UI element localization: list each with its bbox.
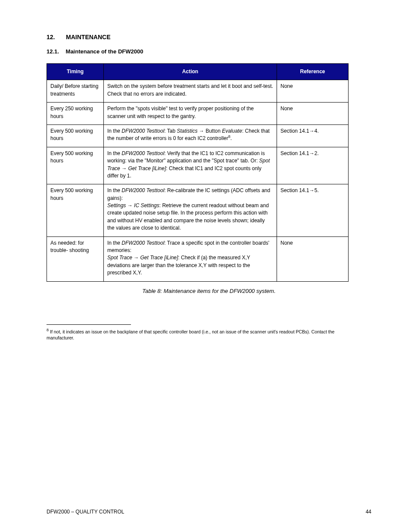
footer-left: DFW2000 – QUALITY CONTROL [47, 509, 125, 515]
col-header-reference: Reference [277, 64, 349, 80]
cell-action: In the DFW2000 Testtool: Tab Statistics … [104, 124, 277, 147]
footnote-number: 8 [47, 328, 49, 332]
maintenance-table: Timing Action Reference Daily/ Before st… [47, 63, 349, 282]
footnote-separator [47, 324, 131, 325]
table-row: Every 250 working hoursPerform the "spot… [47, 103, 349, 125]
cell-action: In the DFW2000 Testtool: Re-calibrate th… [104, 184, 277, 236]
cell-reference: None [277, 103, 349, 125]
col-header-timing: Timing [47, 64, 104, 80]
table-caption: Table 8: Maintenance items for the DFW20… [47, 288, 371, 294]
subsection-number: 12.1. [47, 48, 59, 55]
section-title: MAINTENANCE [66, 34, 110, 40]
cell-reference: Section 14.1→5. [277, 184, 349, 236]
cell-reference: None [277, 80, 349, 103]
cell-timing: Every 500 working hours [47, 124, 104, 147]
col-header-action: Action [104, 64, 277, 80]
cell-timing: Every 500 working hours [47, 147, 104, 184]
cell-action: In the DFW2000 Testtool: Verify that the… [104, 147, 277, 184]
table-row: Every 500 working hoursIn the DFW2000 Te… [47, 124, 349, 147]
table-header-row: Timing Action Reference [47, 64, 349, 80]
table-row: As needed: for trouble- shootingIn the D… [47, 236, 349, 281]
cell-reference: None [277, 236, 349, 281]
page-footer: DFW2000 – QUALITY CONTROL 44 [47, 509, 371, 515]
cell-timing: Every 250 working hours [47, 103, 104, 125]
footer-right: 44 [366, 509, 371, 515]
cell-timing: As needed: for trouble- shooting [47, 236, 104, 281]
footnote: 8If not, it indicates an issue on the ba… [47, 327, 348, 341]
footnote-text: If not, it indicates an issue on the bac… [47, 329, 334, 340]
table-row: Daily/ Before starting treatmentsSwitch … [47, 80, 349, 103]
table-row: Every 500 working hoursIn the DFW2000 Te… [47, 184, 349, 236]
section-header: 12. MAINTENANCE [47, 34, 371, 40]
cell-action: Switch on the system before treatment st… [104, 80, 277, 103]
cell-timing: Every 500 working hours [47, 184, 104, 236]
cell-reference: Section 14.1→2. [277, 147, 349, 184]
subsection-header: 12.1. Maintenance of the DFW2000 [47, 48, 371, 55]
cell-reference: Section 14.1→4. [277, 124, 349, 147]
subsection-title: Maintenance of the DFW2000 [66, 48, 143, 55]
cell-action: In the DFW2000 Testtool: Trace a specifi… [104, 236, 277, 281]
table-row: Every 500 working hoursIn the DFW2000 Te… [47, 147, 349, 184]
cell-timing: Daily/ Before starting treatments [47, 80, 104, 103]
section-number: 12. [47, 34, 55, 40]
cell-action: Perform the "spots visible" test to veri… [104, 103, 277, 125]
